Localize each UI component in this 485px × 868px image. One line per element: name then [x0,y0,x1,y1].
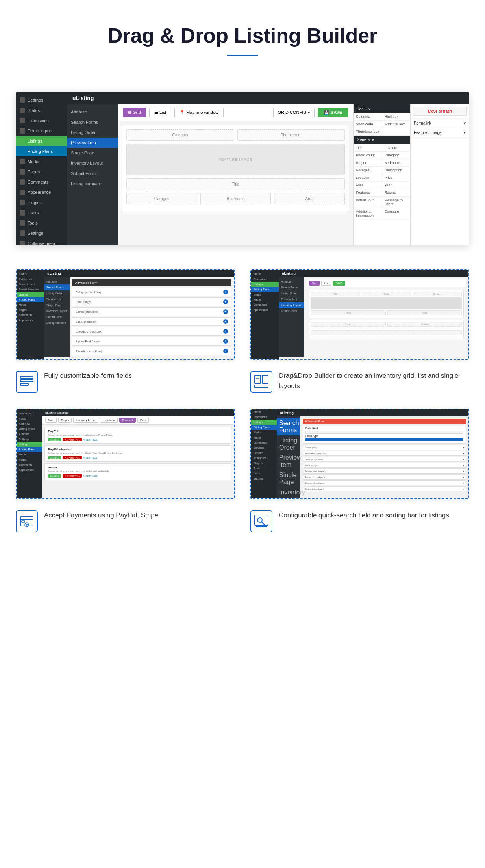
sidebar-item-tools[interactable]: Tools [16,218,67,228]
sidebar-item-media[interactable]: Media [16,156,67,167]
stripe-disable-btn[interactable]: ✕ UNINSTALL [63,474,82,478]
paypal-settings-link[interactable]: ✎ SETTINGS [83,438,98,441]
form-fields-icon-box [16,371,38,393]
mini-pay-tab-pages[interactable]: Pages [58,418,72,423]
submenu-attribute[interactable]: Attribute [67,107,118,117]
mini-srch-si-status: Status [251,409,277,414]
canvas-cell-title[interactable]: Title [126,178,345,190]
add-checkbox-btn[interactable]: + [223,329,228,334]
form-field-category: Category (checkbox) [76,291,101,294]
prop-price: Price [382,174,411,181]
mini-inv-tab-grid[interactable]: Grid [309,281,320,286]
sidebar-item-extensions[interactable]: Extensions [16,115,67,126]
feature-screenshot-payment: Dashboard Posts Add New Listing Types At… [16,409,235,499]
submenu-inventory[interactable]: Inventory Layout [67,158,118,168]
prop-bedrooms: Bedrooms [382,159,411,166]
form-field-sqft: Square Feet (range) [76,340,100,343]
mini-pay-tab-inventory[interactable]: Inventory layout [73,418,98,423]
tab-list[interactable]: ☰ List [149,108,171,117]
sidebar-item-settings[interactable]: Settings [16,95,67,105]
status-icon [20,108,25,113]
mini-pay-si-listings: Listings [17,442,42,447]
mini-wp-forms: Status Extensions Demo import Saved Sear… [17,270,234,359]
mini-pay-tab-user[interactable]: User View [100,418,118,423]
add-stories-btn[interactable]: + [223,309,228,314]
sidebar-item-appearance[interactable]: Appearance [16,187,67,197]
mini-sub-order: Listing Order [44,290,70,296]
mini-pay-tab-main[interactable]: Main [45,418,57,423]
mini-pay-si-media: Media [17,452,42,457]
add-amenities-btn[interactable]: + [223,349,228,353]
mini-pay-tab-error[interactable]: Error [137,418,149,423]
mini-inv-tab-list[interactable]: List [321,281,331,286]
prop-area: Area [354,182,382,189]
add-category-btn[interactable]: + [223,290,228,294]
mini-srch-si-templates: Templates [251,455,277,461]
sidebar-item-pages[interactable]: Pages [16,167,67,177]
submenu-listing-compare[interactable]: Listing compare [67,178,118,189]
paypal-enable-btn[interactable]: ENABLE [48,438,61,441]
submenu-preview-item[interactable]: Preview Item [67,138,118,148]
permalink-header[interactable]: Permalink ∨ [414,121,466,125]
sidebar-item-users[interactable]: Users [16,208,67,218]
sidebar-item-collapse[interactable]: Collapse menu [16,238,67,245]
mini-sub-inv: Inventory Layout [44,308,70,314]
sidebar-item-listings[interactable]: Listings [16,136,67,146]
stripe-settings-link[interactable]: ✎ SETTINGS [83,474,98,477]
canvas-cell-garages[interactable]: Garages [126,193,197,204]
grid-config-button[interactable]: GRID CONFIG ▾ [273,108,314,117]
featured-image-header[interactable]: Featured Image ∨ [414,130,466,135]
mini-field-type-input[interactable] [305,438,463,441]
panel-featured-image: Featured Image ∨ [411,128,469,138]
canvas-cell-category[interactable]: Category [126,129,234,141]
paypal-std-enable-btn[interactable]: ENABLE [48,456,61,459]
right-panel-top: Move to trash [411,104,469,119]
mini-srch-si-contact: Contact [251,450,277,455]
canvas-cell-photo-count[interactable]: Photo count [237,129,345,141]
submenu-listing-order[interactable]: Listing Order [67,127,118,138]
paypal-std-settings-link[interactable]: ✎ SETTINGS [83,456,98,459]
mini-field-stories-chevron: ▾ [463,481,464,484]
feature-screenshot-inventory: Status Extensions Listings Pricing Plans… [250,269,469,360]
mini-field-input[interactable] [305,431,463,434]
submenu-submit-form[interactable]: Submit Form [67,168,118,178]
canvas-cell-area[interactable]: Area [274,193,345,204]
mini-header-inventory: uListing [279,270,468,277]
mini-inv-save-btn[interactable]: SAVE [333,281,345,286]
form-fields-icon [20,375,34,389]
submenu-search-forms[interactable]: Search Forms [67,117,118,127]
add-beds-btn[interactable]: + [223,319,228,324]
paypal-std-disable-btn[interactable]: ✕ UNINSTALL [63,456,82,459]
mini-pay-row-stripe: Stripe Allows you to accept payments dir… [44,463,231,480]
mini-search-field-beds: Beds (dropdown) ▾ [303,457,466,462]
prop-general-2: Photo count Category [354,152,410,159]
canvas-cell-bedrooms[interactable]: Bedrooms [200,193,271,204]
paypal-disable-btn[interactable]: ✕ UNINSTALL [63,438,82,441]
sidebar-item-settings2[interactable]: Settings [16,228,67,238]
form-field-stories: Stories (checkbox) [76,310,98,313]
users-icon [20,210,25,216]
add-price-btn[interactable]: + [223,299,228,304]
prop-general-4: Garages Description [354,167,410,174]
mini-form-row-price: Price (range) + [72,297,231,306]
mini-pay-si-pages: Pages [17,457,42,462]
feature-text-inventory: Drag&Drop Builder to create an inventory… [279,371,469,391]
sidebar-item-comments[interactable]: Comments [16,177,67,187]
sidebar-item-demo[interactable]: Demo import [16,126,67,136]
sidebar-item-pricing[interactable]: Pricing Plans [16,146,67,156]
save-button[interactable]: 💾 SAVE [318,108,348,117]
move-trash-button[interactable]: Move to trash [413,107,467,116]
sidebar-item-status[interactable]: Status [16,105,67,115]
sidebar-item-plugins[interactable]: Plugins [16,197,67,208]
stripe-enable-btn[interactable]: ENABLE [48,474,61,478]
hero-section: Drag & Drop Listing Builder [0,0,485,92]
mini-pay-tab-payment[interactable]: Payment [119,418,136,423]
mini-card2-row-1: Desc Location [311,322,462,327]
mini-form-row-category: Category (checkbox) + [72,288,231,296]
tab-grid[interactable]: ⊞ Grid [123,108,146,117]
tab-map[interactable]: 📍 Map info window [174,108,224,117]
submenu-single-page[interactable]: Single Page [67,148,118,158]
mini-inv-si-comments: Comments [251,302,279,307]
form-field-beds: Beds (checkbox) [76,320,96,323]
add-sqft-btn[interactable]: + [223,339,228,344]
